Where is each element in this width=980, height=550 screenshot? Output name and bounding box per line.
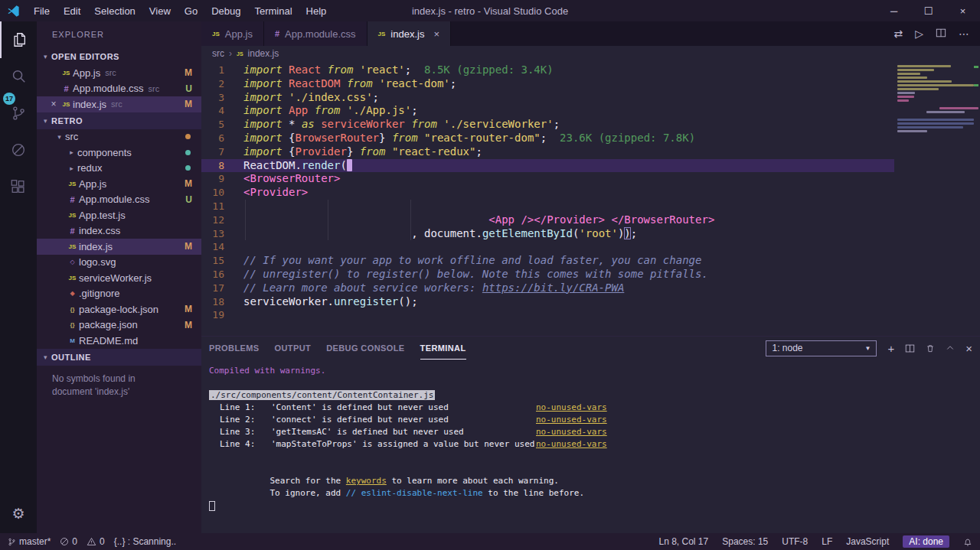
status-notifications[interactable] <box>963 537 972 547</box>
menu-selection[interactable]: Selection <box>87 0 142 21</box>
menu-edit[interactable]: Edit <box>57 0 87 21</box>
close-button[interactable]: × <box>946 0 980 21</box>
status-errors[interactable]: 0 <box>60 536 77 547</box>
close-icon[interactable]: × <box>433 28 439 40</box>
breadcrumb-folder[interactable]: src <box>212 48 224 59</box>
menu-debug[interactable]: Debug <box>204 0 247 21</box>
minimize-button[interactable]: ─ <box>877 0 911 21</box>
menu-help[interactable]: Help <box>299 0 334 21</box>
code-line[interactable]: 14 <box>201 240 894 254</box>
status-language[interactable]: JavaScript <box>846 536 889 547</box>
terminal-picker[interactable]: 1: node ▼ <box>766 340 877 356</box>
status-scanning[interactable]: {..} : Scanning.. <box>114 536 176 547</box>
new-terminal-button[interactable]: + <box>887 343 894 354</box>
menu-view[interactable]: View <box>142 0 178 21</box>
close-icon[interactable]: × <box>47 99 60 109</box>
kill-terminal-icon[interactable] <box>926 343 935 353</box>
file-.gitignore[interactable]: ◆.gitignore <box>37 286 201 302</box>
code-line[interactable]: 19 <box>201 308 894 322</box>
close-panel-icon[interactable]: × <box>965 343 972 354</box>
panel-tab-output[interactable]: OUTPUT <box>275 337 312 360</box>
keywords-link[interactable]: keywords <box>346 476 387 486</box>
menu-go[interactable]: Go <box>178 0 204 21</box>
code-line[interactable]: 1import React from 'react'; 8.5K (gzippe… <box>201 63 894 77</box>
code-line[interactable]: 9<BrowserRouter> <box>201 172 894 186</box>
file-index.js[interactable]: JSindex.jsM <box>37 239 201 255</box>
file-package.json[interactable]: {}package.jsonM <box>37 317 201 334</box>
warning-rule-link[interactable]: no-unused-vars <box>536 439 607 449</box>
code-line[interactable]: 16// unregister() to register() below. N… <box>201 268 894 282</box>
more-actions-icon[interactable]: ⋯ <box>959 28 969 40</box>
menu-terminal[interactable]: Terminal <box>247 0 299 21</box>
folder-components[interactable]: ▸components <box>37 145 201 161</box>
status-encoding[interactable]: UTF-8 <box>782 536 808 547</box>
code-line[interactable]: 2import ReactDOM from 'react-dom'; <box>201 77 894 91</box>
folder-root-header[interactable]: ▾ RETRO <box>37 112 201 129</box>
code-line[interactable]: 18serviceWorker.unregister(); <box>201 295 894 309</box>
terminal[interactable]: Compiled with warnings. ./src/components… <box>201 360 980 533</box>
search-activity-icon[interactable] <box>0 58 37 95</box>
status-label: Spaces: 15 <box>722 536 768 547</box>
status-branch[interactable]: master* <box>8 536 51 547</box>
status-ai[interactable]: AI: done <box>903 535 949 548</box>
status-eol[interactable]: LF <box>822 536 832 547</box>
code-line[interactable]: 6import {BrowserRouter} from "react-rout… <box>201 132 894 145</box>
tab-App.module.css[interactable]: #App.module.css <box>264 21 368 46</box>
code-line[interactable]: 3import './index.css'; <box>201 91 894 105</box>
tab-App.js[interactable]: JSApp.js <box>201 21 264 46</box>
minimap[interactable] <box>894 61 980 336</box>
code-line[interactable]: 7import {Provider} from "react-redux"; <box>201 145 894 159</box>
chevron-down-icon: ▾ <box>54 133 65 141</box>
open-editors-header[interactable]: ▾ OPEN EDITORS <box>37 48 201 65</box>
panel-tab-terminal[interactable]: TERMINAL <box>420 337 466 360</box>
code-line[interactable]: 17// Learn more about service workers: h… <box>201 282 894 295</box>
code-editor[interactable]: 1import React from 'react'; 8.5K (gzippe… <box>201 61 980 336</box>
file-README.md[interactable]: MREADME.md <box>37 333 201 349</box>
code-line[interactable]: 5import * as serviceWorker from './servi… <box>201 118 894 132</box>
code-line[interactable]: 4import App from './App.js'; <box>201 104 894 118</box>
code-line[interactable]: 8ReactDOM.render( <box>201 159 894 173</box>
code-line[interactable]: 10<Provider> <box>201 186 894 200</box>
code-line[interactable]: 13 , document.getElementById('root')); <box>201 227 894 241</box>
file-App.test.js[interactable]: JSApp.test.js <box>37 207 201 223</box>
explorer-activity-icon[interactable] <box>0 21 37 58</box>
maximize-button[interactable]: ☐ <box>911 0 946 21</box>
maximize-panel-icon[interactable] <box>946 343 955 353</box>
code-line[interactable]: 11 <box>201 200 894 213</box>
file-App.module.css[interactable]: #App.module.cssU <box>37 192 201 208</box>
file-serviceWorker.js[interactable]: JSserviceWorker.js <box>37 270 201 286</box>
breadcrumb-file[interactable]: index.js <box>248 48 279 59</box>
file-logo.svg[interactable]: ◇logo.svg <box>37 255 201 271</box>
folder-redux[interactable]: ▸redux <box>37 161 201 177</box>
warning-rule-link[interactable]: no-unused-vars <box>536 415 607 425</box>
file-index.css[interactable]: #index.css <box>37 223 201 239</box>
code-line[interactable]: 12 <App /></Provider> </BrowserRouter> <box>201 213 894 227</box>
split-editor-icon[interactable] <box>936 28 946 41</box>
status-cursor-position[interactable]: Ln 8, Col 17 <box>658 536 708 547</box>
menu-file[interactable]: File <box>27 0 57 21</box>
file-App.js[interactable]: JSApp.jsM <box>37 176 201 192</box>
source-control-activity-icon[interactable]: 17 <box>0 95 37 132</box>
outline-header[interactable]: ▾ OUTLINE <box>37 349 201 366</box>
status-indentation[interactable]: Spaces: 15 <box>722 536 768 547</box>
settings-gear-icon[interactable]: ⚙ <box>0 495 37 532</box>
warning-rule-link[interactable]: no-unused-vars <box>536 427 607 437</box>
code-line[interactable]: 15// If you want your app to work offlin… <box>201 254 894 268</box>
file-package-lock.json[interactable]: {}package-lock.jsonM <box>37 301 201 317</box>
git-status-badge: U <box>185 83 192 94</box>
open-editor-index.js[interactable]: ×JSindex.jssrcM <box>37 96 201 112</box>
code-area[interactable]: 1import React from 'react'; 8.5K (gzippe… <box>201 61 894 336</box>
open-editor-App.js[interactable]: JSApp.jssrcM <box>37 65 201 81</box>
split-terminal-icon[interactable] <box>905 343 915 353</box>
open-editor-App.module.css[interactable]: #App.module.csssrcU <box>37 81 201 97</box>
extensions-activity-icon[interactable] <box>0 168 37 205</box>
panel-tab-debug-console[interactable]: DEBUG CONSOLE <box>326 337 404 360</box>
folder-src[interactable]: ▾src <box>37 129 201 145</box>
status-warnings[interactable]: 0 <box>87 536 105 547</box>
warning-rule-link[interactable]: no-unused-vars <box>536 402 607 412</box>
tab-index.js[interactable]: JSindex.js× <box>368 21 451 46</box>
layout-icon[interactable]: ⇄ <box>893 28 903 40</box>
panel-tab-problems[interactable]: PROBLEMS <box>209 337 260 360</box>
run-button[interactable]: ▷ <box>915 28 923 40</box>
debug-activity-icon[interactable] <box>0 132 37 168</box>
